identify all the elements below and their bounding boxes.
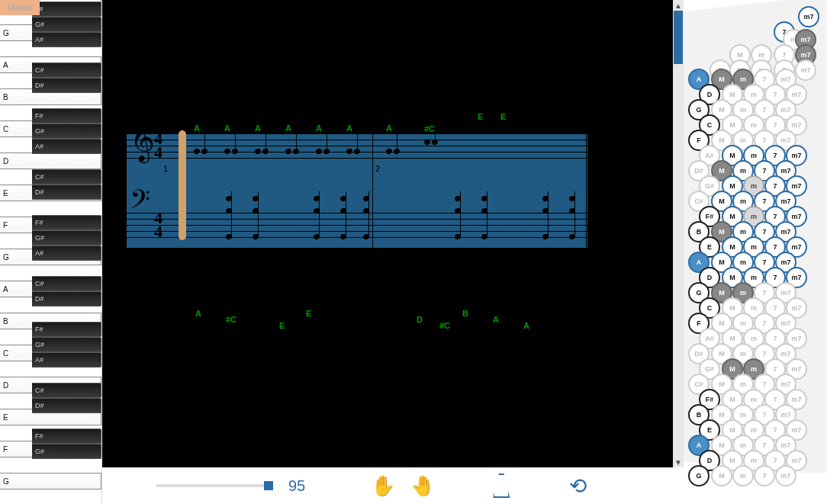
white-key[interactable]: D: [0, 152, 101, 169]
chord-button[interactable]: m7: [798, 6, 819, 27]
scroll-thumb[interactable]: [674, 11, 683, 64]
black-key[interactable]: F#: [32, 2, 101, 17]
scroll-up-icon[interactable]: ▲: [673, 0, 684, 11]
lyric-label: A: [346, 124, 352, 133]
lyric-label: #C: [439, 321, 450, 330]
note[interactable]: [255, 149, 269, 154]
note-bass[interactable]: [363, 196, 369, 201]
note[interactable]: [386, 149, 400, 154]
lyric-label: A: [285, 124, 291, 133]
playhead-cursor[interactable]: [179, 130, 186, 240]
note[interactable]: [224, 149, 238, 154]
loop-button[interactable]: ⟲: [569, 474, 587, 498]
treble-clef-icon: 𝄞: [130, 121, 155, 151]
loop-icon: ⟲: [569, 474, 587, 499]
left-hand-button[interactable]: ✋: [372, 474, 394, 498]
menu-button[interactable]: Меню: [0, 0, 40, 15]
black-key[interactable]: D#: [32, 291, 101, 307]
black-key[interactable]: G#: [32, 337, 101, 352]
black-key[interactable]: F#: [32, 108, 101, 124]
black-key[interactable]: D#: [32, 398, 101, 413]
lyric-label: D: [417, 315, 423, 324]
note[interactable]: [194, 149, 208, 154]
black-key[interactable]: G#: [32, 124, 101, 139]
metronome-button[interactable]: [493, 474, 510, 498]
black-key[interactable]: D#: [32, 78, 101, 93]
chord-ext-button[interactable]: m7: [775, 465, 796, 486]
white-key[interactable]: G: [0, 473, 101, 490]
chord-button[interactable]: m7: [795, 59, 816, 81]
note[interactable]: [500, 127, 514, 133]
lyric-label: A: [386, 124, 392, 133]
black-key[interactable]: C#: [32, 276, 101, 291]
chord-ext-button[interactable]: m: [732, 465, 754, 486]
lyric-label: E: [279, 321, 285, 330]
lyric-label: A: [255, 124, 261, 133]
black-key[interactable]: A#: [32, 139, 101, 154]
lyric-label: A: [493, 315, 499, 324]
note[interactable]: [478, 127, 491, 133]
tempo-value: 95: [288, 477, 305, 495]
piano-keyboard[interactable]: Меню FF#GG#AA#BCC#DD#EFF#GG#AA#BCC#DD#EF…: [0, 0, 102, 504]
lyric-label: A: [194, 124, 200, 133]
right-hand-button[interactable]: 🤚: [412, 474, 433, 498]
black-key[interactable]: A#: [32, 352, 101, 368]
note-bass[interactable]: [340, 196, 346, 201]
black-key[interactable]: C#: [32, 169, 101, 185]
black-key[interactable]: F#: [32, 322, 101, 337]
hand-icon: 🤚: [410, 474, 435, 498]
lyric-label: A: [195, 309, 201, 318]
note[interactable]: [316, 149, 330, 154]
black-key[interactable]: G#: [32, 230, 101, 246]
note-bass[interactable]: [455, 196, 461, 201]
note[interactable]: [346, 149, 360, 154]
lyric-label: #C: [424, 124, 435, 133]
black-key[interactable]: C#: [32, 63, 101, 78]
hand-icon: ✋: [371, 474, 395, 498]
lyric-label: E: [500, 112, 506, 121]
black-key[interactable]: A#: [32, 32, 101, 47]
black-key[interactable]: F#: [32, 215, 101, 230]
note-bass[interactable]: [542, 196, 549, 201]
time-signature-bass: 44: [154, 211, 163, 239]
chord-ext-button[interactable]: 7: [754, 465, 775, 486]
note-bass[interactable]: [314, 196, 320, 201]
lyric-label: E: [478, 112, 483, 121]
bar-number: 2: [375, 164, 380, 173]
note-bass[interactable]: [226, 196, 232, 201]
bass-clef-icon: 𝄢: [130, 191, 150, 213]
chord-panel: m77mm7Mm7m7FMm7m7AMm7m7DMm7m7GMm7m7CMm7m…: [684, 0, 827, 504]
chord-ext-button[interactable]: M: [711, 465, 732, 486]
note-bass[interactable]: [481, 196, 488, 201]
note-bass[interactable]: [569, 196, 575, 201]
lyric-label: A: [523, 321, 529, 330]
lyric-label: B: [462, 309, 468, 318]
chord-root-button[interactable]: G: [688, 465, 710, 486]
black-key[interactable]: G#: [32, 444, 101, 459]
playback-toolbar: 95 ✋ 🤚 ⟲: [102, 467, 673, 504]
score-area: 𝄞 𝄢 44 44 1 2 AAAAAAA#CEEA#CEED#CBAA: [102, 0, 673, 467]
note[interactable]: [285, 149, 299, 154]
black-key[interactable]: F#: [32, 429, 101, 444]
lyric-label: E: [306, 309, 311, 318]
lyric-label: A: [224, 124, 230, 133]
note[interactable]: [424, 140, 438, 145]
lyric-label: #C: [226, 315, 237, 324]
scroll-down-icon[interactable]: ▼: [673, 457, 684, 467]
black-key[interactable]: G#: [32, 17, 101, 32]
tempo-slider[interactable]: [156, 484, 270, 487]
sheet-music[interactable]: 𝄞 𝄢 44 44 1 2: [127, 133, 587, 248]
black-key[interactable]: D#: [32, 185, 101, 200]
slider-knob[interactable]: [264, 481, 273, 490]
black-key[interactable]: A#: [32, 246, 101, 261]
metronome-icon: [493, 474, 510, 498]
note-bass[interactable]: [253, 196, 259, 201]
time-signature-treble: 44: [154, 132, 163, 159]
vertical-scrollbar[interactable]: ▲ ▼: [673, 0, 684, 467]
lyric-label: A: [316, 124, 322, 133]
bar-number: 1: [163, 164, 168, 173]
black-key[interactable]: C#: [32, 383, 101, 398]
